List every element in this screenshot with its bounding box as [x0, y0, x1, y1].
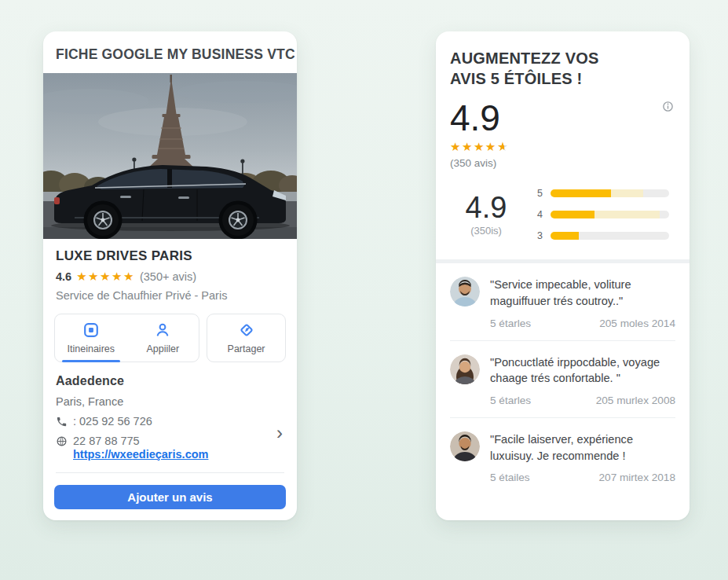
breakdown-score-block: 4.9 (350is): [450, 193, 522, 237]
rating-bar-5: [551, 189, 669, 197]
phone-line-1: : 025 92 56 726: [56, 415, 284, 428]
reviewer-avatar: [450, 354, 480, 384]
review-body: "Facile laiserver, expérience luxuisuy. …: [490, 431, 675, 483]
summary-review-count: (350 avis): [450, 157, 675, 169]
review-stars-label: 5 étarles: [490, 318, 531, 329]
breakdown-review-count: (350is): [450, 225, 522, 237]
reviews-card: AUGMENTEZZ VOS AVIS 5 ÉTÔILES ! 4.9 ★★★★…: [436, 31, 690, 520]
person-icon: [154, 321, 171, 339]
breakdown-row-3: 3: [535, 230, 669, 241]
phone-number[interactable]: : 025 92 56 726: [73, 415, 152, 428]
bar-label-3: 3: [535, 230, 543, 241]
overall-score: 4.9: [450, 99, 675, 137]
action-group-share: Partager: [207, 314, 286, 362]
reviewer-avatar: [450, 277, 480, 307]
review-body: "Service impecable, voliture maguiffuuer…: [490, 277, 675, 329]
review-item[interactable]: "Facile laiserver, expérience luxuisuy. …: [450, 417, 675, 494]
title-line-2: AVIS 5 ÉTÔILES !: [450, 70, 582, 87]
bar-label-4: 4: [535, 209, 543, 220]
card-title: FICHE GOOGLE MY BUSINESS VTC: [43, 31, 297, 73]
half-star: ★: [497, 140, 510, 153]
business-info: LUXE DRIVES PARIS 4.6 ★★★★★ (350+ avis) …: [43, 239, 297, 305]
phone-line-2: 22 87 88 775: [56, 435, 284, 447]
review-date: 207 mirtex 2018: [599, 472, 675, 483]
phone-icon: [56, 416, 68, 428]
phone-number-2[interactable]: 22 87 88 775: [73, 435, 140, 447]
directions-icon: [82, 321, 100, 339]
rating-breakdown: 4.9 (350is) 5 4 3: [436, 169, 690, 241]
add-review-button[interactable]: Ajouter un avis: [54, 485, 286, 509]
review-text: "Facile laiserver, expérience luxuisuy. …: [490, 431, 675, 464]
canvas: FICHE GOOGLE MY BUSINESS VTC: [0, 0, 728, 580]
rating-row: 4.6 ★★★★★ (350+ avis): [56, 270, 284, 284]
review-text: "Poncuctlaté irppocdable, voyage chaage …: [490, 354, 675, 387]
gmb-listing-card: FICHE GOOGLE MY BUSINESS VTC: [43, 31, 297, 520]
call-label: Appiiler: [147, 343, 180, 354]
info-icon[interactable]: [662, 101, 674, 112]
reviews-card-title: AUGMENTEZZ VOS AVIS 5 ÉTÔILES !: [436, 31, 690, 90]
reviews-list: "Service impecable, voliture maguiffuuer…: [436, 263, 690, 494]
review-meta: 5 étarles 205 murlex 2008: [490, 395, 675, 406]
action-bar: Itineinaires Appiiler Partager: [54, 314, 286, 362]
review-body: "Poncuctlaté irppocdable, voyage chaage …: [490, 354, 675, 406]
review-count[interactable]: (350+ avis): [140, 270, 196, 283]
directions-button[interactable]: Itineinaires: [55, 314, 127, 362]
action-group-primary: Itineinaires Appiiler: [54, 314, 199, 362]
business-name: LUXE DRIVES PARIS: [56, 248, 284, 264]
title-line-1: AUGMENTEZZ VOS: [450, 50, 598, 67]
review-meta: 5 étarles 205 moles 2014: [490, 318, 675, 329]
breakdown-row-4: 4: [535, 209, 669, 220]
reviewer-avatar: [450, 431, 480, 461]
address-heading: Aadedence: [56, 374, 284, 388]
review-text: "Service impecable, voliture maguiffuuer…: [490, 277, 675, 309]
business-category: Service de Chaufhier Privé - Paris: [56, 289, 284, 302]
rating-bar-3: [551, 232, 669, 240]
rating-bar-4: [551, 211, 669, 218]
call-button[interactable]: Appiiler: [127, 314, 199, 362]
directions-label: Itineinaires: [68, 343, 115, 354]
share-icon: [238, 321, 255, 339]
star-rating: ★★★★★: [76, 270, 135, 284]
review-date: 205 murlex 2008: [596, 395, 675, 406]
breakdown-bars: 5 4 3: [535, 188, 675, 241]
eiffel-car-photo: [43, 73, 297, 239]
rating-summary: 4.9 ★★★★★ (350 avis): [436, 90, 690, 169]
breakdown-row-5: 5: [535, 188, 669, 199]
breakdown-score: 4.9: [450, 193, 522, 222]
review-item[interactable]: "Poncuctlaté irppocdable, voyage chaage …: [450, 340, 675, 417]
review-stars-label: 5 étailes: [490, 472, 530, 483]
bar-label-5: 5: [535, 188, 543, 199]
share-label: Partager: [228, 343, 265, 354]
website-link[interactable]: https://wxeedieçaris.com: [73, 448, 208, 461]
full-stars: ★★★★: [450, 140, 497, 153]
rating-value: 4.6: [56, 270, 71, 283]
review-meta: 5 étailes 207 mirtex 2018: [490, 472, 675, 483]
globe-icon: [56, 435, 68, 447]
city-label: Paris, France: [56, 395, 123, 408]
contact-section: Aadedence Paris, France : 025 92 56 726 …: [43, 362, 297, 461]
review-stars-label: 5 étarles: [490, 395, 531, 406]
review-date: 205 moles 2014: [599, 318, 675, 329]
review-item[interactable]: "Service impecable, voliture maguiffuuer…: [450, 263, 675, 340]
summary-star-rating: ★★★★★: [450, 139, 675, 154]
address-city: Paris, France: [56, 395, 284, 408]
share-button[interactable]: Partager: [207, 314, 285, 362]
divider: [56, 472, 284, 473]
chevron-right-icon[interactable]: ›: [276, 424, 283, 442]
business-photo: [43, 73, 297, 239]
